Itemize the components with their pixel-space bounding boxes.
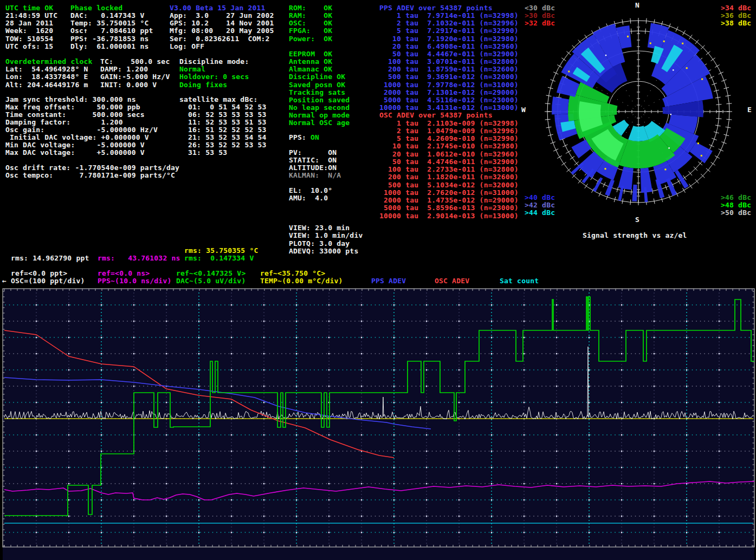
plot-legend-line-2: ref=<0.0 ns> [98, 270, 150, 277]
discipline-params-line-9: Osc tempco: 7.780171e-009 parts/°C [5, 172, 175, 179]
lady-heather-app: UTC time OK21:48:59 UTC28 Jan 2011Week: … [0, 0, 756, 560]
osc-status-line-1: DAC: 0.147343 V [70, 12, 144, 19]
version-info-line-4: Ser: 0.82362611 COM:2 [170, 35, 270, 43]
gps-message-status-line-1: Antenna OK [289, 58, 332, 66]
osc-adev-table-line-6: 50 tau 4.4746e-011 (n=32900) [379, 158, 519, 166]
satellite-max-dbc-line-7: 31: 53 53 [179, 149, 227, 157]
discipline-params-line-5: Initial DAC voltage: +0.000000 V [5, 134, 149, 141]
dbc-color-legend-line-11: >50 dBc [721, 209, 751, 217]
rms-readouts-line-2: rms: 35.750355 °C [184, 247, 258, 255]
pps-adev-table-line-1: 1 tau 7.9714e-011 (n=32998) [379, 12, 519, 19]
osc-adev-table-line-5: 20 tau 1.0612e-010 (n=32960) [379, 151, 519, 158]
receiver-position-line-5: DAMP: 1.200 [100, 66, 148, 73]
pps-and-filters-line-1: ON [311, 134, 319, 141]
gps-message-status-line-5: Tracking sats [289, 89, 345, 96]
discipline-params-line-2: Time constant: 500.000 secs [5, 111, 145, 119]
dbc-color-legend-line-4: >42 dBc [525, 201, 555, 209]
gps-message-status-line-7: No leap second [289, 104, 350, 112]
pps-adev-table-line-12: 5000 tau 4.5116e-012 (n=23000) [379, 96, 519, 104]
discipline-params-line-0: Jam sync threshold: 300.000 ns [5, 96, 136, 103]
osc-adev-table-line-2: 2 tau 1.0479e-009 (n=32996) [379, 127, 519, 135]
osc-adev-table-line-3: 5 tau 4.2609e-010 (n=32990) [379, 135, 519, 142]
discipline-params-line-3: Damping factor: 1.200 [5, 119, 123, 126]
osc-adev-table-line-11: 2000 tau 1.4735e-012 (n=29000) [379, 197, 519, 204]
polar-cardinals-line-3: W [521, 106, 526, 114]
satellite-max-dbc-line-5: 21: 53 52 53 54 54 [179, 134, 267, 141]
discipline-params-line-6: Min DAC voltage: -5.000000 V [5, 141, 145, 149]
satellite-max-dbc-line-3: 11: 52 53 53 51 53 [179, 119, 267, 126]
satellite-max-dbc-line-1: 01: 0 51 54 52 53 [179, 103, 267, 111]
satellite-max-dbc-line-0: satellite max dBc: [179, 96, 257, 103]
time-status-line-2: 28 Jan 2011 [5, 19, 53, 27]
osc-status-line-2: Temp: 35.750015 °C [70, 19, 148, 27]
satellite-max-dbc-line-4: 16: 51 52 52 52 53 [179, 126, 267, 134]
osc-adev-table-line-13: 10000 tau 2.9014e-013 (n=13000) [379, 212, 519, 220]
selftest-status-line-3: FPGA: OK [289, 27, 332, 35]
selftest-status-line-0: ROM: OK [289, 4, 332, 12]
rms-readouts-line-0: rms: 14.962790 ppt [11, 255, 89, 262]
receiver-position-line-6: GAIN:-5.000 Hz/V [100, 73, 170, 81]
gps-message-status-line-6: Position saved [289, 96, 350, 104]
polar-cardinals-line-0: N [635, 2, 639, 9]
dbc-color-legend-line-8: >38 dBc [721, 19, 751, 27]
pps-adev-table-line-9: 500 tau 9.3691e-012 (n=32000) [379, 73, 519, 81]
plot-legend-line-3: PPS~(10.0 ns/div) [98, 277, 171, 285]
selftest-status-line-2: OSC: OK [289, 19, 332, 27]
gps-message-status-line-2: Almanac OK [289, 66, 332, 73]
view-settings-line-3: ADEVQ: 33000 pts [289, 248, 358, 255]
status-text-layer: UTC time OK21:48:59 UTC28 Jan 2011Week: … [0, 0, 756, 560]
dbc-color-legend-line-9: >46 dBc [721, 194, 751, 201]
osc-adev-table-line-8: 200 tau 1.1820e-011 (n=32600) [379, 173, 519, 181]
pps-adev-table-line-6: 50 tau 4.4467e-011 (n=32900) [379, 50, 519, 58]
discipline-params-line-1: Max freq offset: 50.000 ppb [5, 103, 140, 111]
selftest-status-line-1: RAM: OK [289, 12, 332, 19]
plot-legend-line-1: ← OSC=(100 ppt/div) [2, 277, 85, 285]
osc-adev-table-line-0: OSC ADEV over 54387 points [379, 112, 493, 119]
pps-and-filters-line-6: EL: 10.0° [289, 187, 332, 194]
polar-cardinals-line-2: S [635, 216, 639, 224]
discipline-mode-line-3: Doing fixes [179, 81, 227, 89]
osc-adev-table-line-1: 1 tau 2.1103e-009 (n=32998) [379, 120, 519, 127]
dbc-color-legend-line-3: >40 dBc [525, 194, 555, 201]
discipline-mode-line-1: Normal [179, 66, 205, 73]
view-settings-line-2: PLOTQ: 3.0 day [289, 240, 350, 248]
pps-adev-table-line-13: 10000 tau 3.4131e-012 (n=13000) [379, 104, 519, 112]
plot-legend-line-8: PPS ADEV [371, 277, 406, 285]
plot-legend-line-9: OSC ADEV [435, 277, 469, 285]
time-status-line-0: UTC time OK [5, 4, 53, 12]
version-info-line-5: Log: OFF [170, 43, 204, 50]
version-info-line-1: App: 3.0 27 Jun 2002 [170, 12, 274, 19]
plot-legend-line-0: ref=<0.0 ppt> [11, 270, 67, 277]
receiver-position-line-4: TC: 500.0 sec [100, 58, 170, 66]
discipline-mode-line-0: Discipline mode: [179, 58, 249, 66]
plot-legend-line-10: Sat count [500, 277, 539, 285]
plot-legend-line-5: DAC~(5.0 uV/div) [176, 277, 245, 285]
discipline-params-line-4: Osc gain: -5.000000 Hz/V [5, 126, 158, 134]
pps-and-filters-line-2: PV: ON [289, 149, 337, 157]
pps-adev-table-line-11: 2000 tau 7.1301e-012 (n=29000) [379, 89, 519, 96]
osc-adev-table-line-9: 500 tau 5.1034e-012 (n=32000) [379, 181, 519, 189]
plot-legend-line-7: TEMP~(0.00 m°C/div) [260, 277, 343, 285]
pps-adev-table-line-4: 10 tau 7.1920e-011 (n=32980) [379, 35, 519, 43]
pps-adev-table-line-7: 100 tau 3.0701e-011 (n=32800) [379, 58, 519, 66]
gps-message-status-line-0: EEPROM OK [289, 50, 332, 58]
gps-message-status-line-9: Normal OSC age [289, 119, 350, 127]
time-status-line-3: Week: 1620 [5, 27, 53, 35]
plot-legend-line-6: ref~<35.750 °C> [260, 270, 325, 277]
pps-and-filters-line-4: ALTITUDE:ON [289, 164, 337, 172]
version-info-line-3: Mfg: 08:00 20 May 2005 [170, 27, 274, 35]
pps-adev-table-line-10: 1000 tau 7.9778e-012 (n=31000) [379, 81, 519, 89]
dbc-color-legend-line-2: >32 dBc [525, 19, 555, 27]
time-status-line-4: TOW: 510554 [5, 35, 53, 43]
dbc-color-legend-line-5: >44 dBc [525, 209, 555, 217]
osc-status-line-5: Dly: 61.000001 ns [70, 43, 148, 50]
discipline-params-line-8: Osc drift rate: -1.770540e-009 parts/day [5, 164, 179, 172]
receiver-position-line-0: Overdetermined clock [5, 58, 93, 66]
osc-adev-table-line-12: 5000 tau 5.8596e-013 (n=23000) [379, 204, 519, 212]
pps-adev-table-line-5: 20 tau 6.4908e-011 (n=32960) [379, 43, 519, 50]
osc-adev-table-line-10: 1000 tau 2.7620e-012 (n=31000) [379, 189, 519, 197]
discipline-mode-line-2: Holdover: 0 secs [179, 73, 249, 81]
time-status-line-1: 21:48:59 UTC [5, 12, 57, 19]
version-info-line-0: V3.00 Beta 15 Jan 2011 [170, 4, 266, 12]
plot-legend-line-4: ref~<0.147325 V> [176, 270, 245, 277]
